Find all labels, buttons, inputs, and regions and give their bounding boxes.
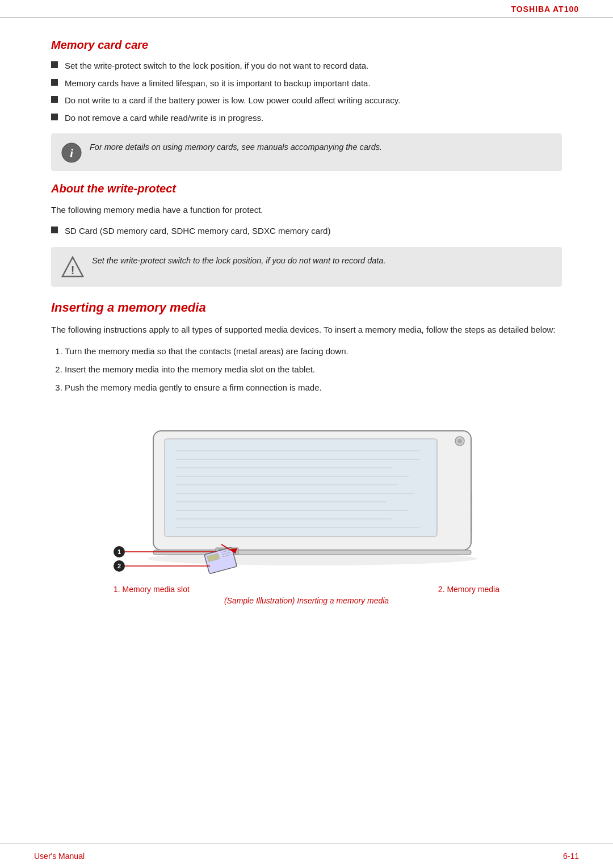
svg-rect-6 bbox=[165, 439, 437, 536]
main-content: Memory card care Set the write-protect s… bbox=[0, 14, 613, 648]
memory-card-care-list: Set the write-protect switch to the lock… bbox=[51, 60, 562, 124]
page-header: TOSHIBA AT100 bbox=[0, 0, 613, 14]
memory-card-care-section: Memory card care Set the write-protect s… bbox=[51, 39, 562, 171]
caption-center: (Sample Illustration) Inserting a memory… bbox=[224, 596, 389, 605]
tablet-svg: 1 2 bbox=[108, 408, 505, 578]
svg-text:i: i bbox=[70, 146, 74, 160]
bullet-text: Set the write-protect switch to the lock… bbox=[65, 60, 368, 73]
info-box: i For more details on using memory cards… bbox=[51, 133, 562, 171]
brand-title: TOSHIBA AT100 bbox=[511, 5, 579, 14]
svg-text:1: 1 bbox=[117, 548, 121, 555]
svg-text:!: ! bbox=[71, 264, 75, 276]
bullet-text: Do not remove a card while read/write is… bbox=[65, 112, 263, 125]
svg-text:2: 2 bbox=[117, 563, 121, 569]
write-protect-intro: The following memory media have a functi… bbox=[51, 203, 562, 217]
info-box-text: For more details on using memory cards, … bbox=[90, 141, 382, 154]
bullet-icon bbox=[51, 79, 58, 86]
list-item: Turn the memory media so that the contac… bbox=[65, 345, 562, 358]
write-protect-section: About the write-protect The following me… bbox=[51, 182, 562, 287]
caption-1: 1. Memory media slot bbox=[114, 585, 190, 594]
inserting-intro: The following instructions apply to all … bbox=[51, 323, 562, 337]
list-item: Memory cards have a limited lifespan, so… bbox=[51, 77, 562, 90]
bullet-text: Do not write to a card if the battery po… bbox=[65, 94, 400, 107]
step-text: Push the memory media gently to ensure a… bbox=[65, 383, 322, 392]
bullet-text: Memory cards have a limited lifespan, so… bbox=[65, 77, 371, 90]
caption-row: 1. Memory media slot 2. Memory media bbox=[108, 585, 505, 594]
info-icon: i bbox=[61, 142, 82, 163]
illustration-area: 1 2 1. Memory media slot 2. Memory media… bbox=[51, 408, 562, 605]
footer-right: 6-11 bbox=[563, 852, 579, 861]
bullet-icon bbox=[51, 227, 58, 233]
memory-card-care-title: Memory card care bbox=[51, 39, 562, 52]
svg-rect-22 bbox=[153, 550, 471, 555]
bullet-icon bbox=[51, 114, 58, 120]
svg-rect-20 bbox=[471, 513, 472, 522]
inserting-steps: Turn the memory media so that the contac… bbox=[65, 345, 562, 395]
list-item: Set the write-protect switch to the lock… bbox=[51, 60, 562, 73]
bullet-text: SD Card (SD memory card, SDHC memory car… bbox=[65, 225, 330, 238]
write-protect-list: SD Card (SD memory card, SDHC memory car… bbox=[51, 225, 562, 238]
write-protect-title: About the write-protect bbox=[51, 182, 562, 195]
svg-point-18 bbox=[457, 439, 462, 443]
warning-box-text: Set the write-protect switch to the lock… bbox=[92, 255, 385, 267]
list-item: SD Card (SD memory card, SDHC memory car… bbox=[51, 225, 562, 238]
tablet-illustration: 1 2 bbox=[108, 408, 505, 580]
inserting-title: Inserting a memory media bbox=[51, 300, 562, 315]
step-text: Turn the memory media so that the contac… bbox=[65, 346, 349, 356]
list-item: Do not remove a card while read/write is… bbox=[51, 112, 562, 125]
bullet-icon bbox=[51, 96, 58, 103]
list-item: Insert the memory media into the memory … bbox=[65, 363, 562, 376]
page-footer: User's Manual 6-11 bbox=[0, 843, 613, 868]
warning-icon: ! bbox=[61, 256, 84, 279]
svg-rect-21 bbox=[471, 523, 472, 532]
inserting-section: Inserting a memory media The following i… bbox=[51, 300, 562, 605]
bullet-icon bbox=[51, 61, 58, 68]
list-item: Do not write to a card if the battery po… bbox=[51, 94, 562, 107]
footer-left: User's Manual bbox=[34, 852, 85, 861]
warning-box: ! Set the write-protect switch to the lo… bbox=[51, 247, 562, 287]
step-text: Insert the memory media into the memory … bbox=[65, 364, 315, 374]
list-item: Push the memory media gently to ensure a… bbox=[65, 381, 562, 395]
top-border bbox=[0, 17, 613, 18]
caption-2: 2. Memory media bbox=[438, 585, 499, 594]
svg-rect-19 bbox=[471, 493, 472, 510]
